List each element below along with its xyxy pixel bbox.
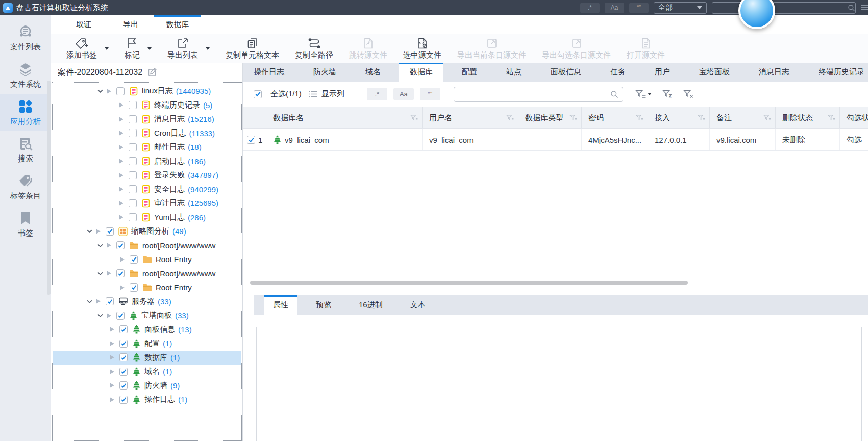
tree-checkbox[interactable] — [106, 227, 114, 236]
category-tab-3[interactable]: 域名 — [355, 63, 391, 82]
table-header-cell[interactable]: 数据库类型 — [518, 107, 582, 128]
toolbar-button-1[interactable]: 添加书签 — [66, 37, 97, 60]
tree-arrow-icon[interactable] — [110, 383, 114, 388]
tree-arrow-icon[interactable] — [110, 397, 114, 402]
category-tab-4[interactable]: 数据库 — [399, 63, 443, 82]
toolbar-button-2[interactable]: 标记 — [125, 37, 140, 60]
tree-arrow-icon[interactable] — [107, 271, 111, 276]
tree-arrow-icon[interactable] — [120, 257, 125, 262]
menu-icon[interactable] — [861, 4, 868, 11]
toolbar-button-7[interactable]: 选中源文件 — [403, 37, 441, 60]
tree-expander-icon[interactable] — [97, 270, 104, 277]
tree-arrow-icon[interactable] — [119, 173, 123, 178]
show-columns-label[interactable]: 显示列 — [321, 89, 344, 99]
category-tab-9[interactable]: 用户 — [644, 63, 681, 82]
table-search-input[interactable] — [454, 90, 610, 98]
match-case-button[interactable]: Aa — [393, 88, 414, 100]
tree-arrow-icon[interactable] — [110, 355, 114, 360]
tree-expander-icon[interactable] — [86, 228, 93, 235]
table-header-cell[interactable]: 勾选状态 — [840, 107, 868, 128]
tree-expander-icon[interactable] — [97, 242, 104, 249]
tree-arrow-icon[interactable] — [120, 285, 125, 290]
select-all-checkbox[interactable] — [254, 90, 262, 98]
global-search-input[interactable] — [712, 4, 848, 12]
tree-checkbox[interactable] — [129, 129, 137, 137]
tree-checkbox[interactable] — [116, 312, 125, 320]
table-search-box[interactable] — [454, 87, 623, 102]
tree-checkbox[interactable] — [119, 340, 128, 348]
tree-arrow-icon[interactable] — [96, 229, 101, 234]
dropdown-arrow-icon[interactable] — [147, 47, 152, 50]
category-tab-1[interactable]: 操作日志 — [243, 63, 295, 82]
tree-item[interactable]: linux日志(1440935) — [53, 84, 241, 98]
edit-icon[interactable] — [148, 68, 157, 77]
tree-item[interactable]: 登录失败(347897) — [53, 168, 241, 183]
table-header-cell[interactable]: 密码 — [582, 107, 648, 128]
tree-checkbox[interactable] — [129, 115, 137, 123]
table-header-cell[interactable]: 用户名 — [423, 107, 518, 128]
tree-expander-icon[interactable] — [97, 312, 104, 319]
table-row[interactable]: 1v9_licai_comv9_licai_com4MjcA5sHJnc...1… — [243, 129, 868, 151]
tree-item[interactable]: 数据库(1) — [53, 351, 241, 365]
global-case-button[interactable]: Aa — [605, 3, 624, 13]
tree-item[interactable]: 宝塔面板(33) — [53, 308, 241, 323]
tree-checkbox[interactable] — [116, 269, 125, 277]
dropdown-arrow-icon[interactable] — [105, 47, 109, 50]
tree-item[interactable]: Yum日志(286) — [53, 211, 241, 225]
tree-checkbox[interactable] — [119, 396, 128, 404]
quote-button[interactable]: “” — [420, 88, 440, 100]
detail-tab-4[interactable]: 文本 — [402, 295, 434, 315]
tree-item[interactable]: 缩略图分析(49) — [53, 224, 241, 239]
category-tab-8[interactable]: 任务 — [600, 63, 636, 82]
sidebar-item-bookmarks[interactable]: 书签 — [0, 205, 51, 243]
tree-expander-icon[interactable] — [86, 298, 93, 305]
tree-arrow-icon[interactable] — [119, 131, 123, 136]
table-cell[interactable]: v9_licai_com — [266, 129, 423, 150]
tree-item[interactable]: Root Entry — [53, 252, 241, 267]
category-tab-2[interactable]: 防火墙 — [303, 63, 347, 82]
tree-item[interactable]: 操作日志(1) — [53, 393, 241, 407]
table-cell[interactable]: 未删除 — [776, 129, 840, 150]
column-list-icon[interactable] — [309, 90, 317, 98]
horizontal-scrollbar[interactable] — [250, 281, 688, 285]
tree-checkbox[interactable] — [129, 199, 137, 207]
tree-checkbox[interactable] — [129, 101, 137, 109]
tree-item[interactable]: 面板信息(13) — [53, 323, 241, 337]
tree-arrow-icon[interactable] — [107, 313, 111, 318]
tree-item[interactable]: 安全日志(940299) — [53, 183, 241, 197]
tree-arrow-icon[interactable] — [119, 102, 123, 108]
table-cell[interactable]: v9_licai_com — [423, 129, 518, 150]
category-tab-11[interactable]: 消息日志 — [748, 63, 800, 82]
global-quote-button[interactable]: “” — [629, 3, 649, 13]
tree-item[interactable]: 启动日志(186) — [53, 154, 241, 169]
tree-arrow-icon[interactable] — [119, 145, 123, 150]
category-tab-12[interactable]: 终端历史记录 — [808, 63, 868, 82]
dropdown-arrow-icon[interactable] — [206, 47, 210, 50]
tree-checkbox[interactable] — [119, 325, 128, 333]
category-tab-7[interactable]: 面板信息 — [540, 63, 592, 82]
table-header-cell[interactable]: 接入 — [648, 107, 710, 128]
tree-item[interactable]: Root Entry — [53, 280, 241, 295]
table-cell[interactable]: 127.0.0.1 — [648, 129, 710, 150]
ribbon-tab-3[interactable]: 数据库 — [154, 15, 201, 34]
tree-arrow-icon[interactable] — [119, 215, 123, 220]
table-header-cell[interactable]: 删除状态 — [776, 107, 840, 128]
table-header-cell[interactable]: 数据库名 — [266, 107, 423, 128]
tree-arrow-icon[interactable] — [110, 341, 114, 346]
toolbar-button-4[interactable]: 复制单元格文本 — [226, 37, 279, 60]
table-header-cell[interactable]: 备注 — [710, 107, 776, 128]
toolbar-button-3[interactable]: 导出列表 — [167, 37, 198, 60]
tree-arrow-icon[interactable] — [107, 89, 111, 94]
sidebar-item-case-list[interactable]: 案件列表 — [0, 19, 51, 57]
tree-checkbox[interactable] — [116, 87, 125, 95]
tree-checkbox[interactable] — [116, 241, 125, 249]
global-scope-select[interactable]: 全部 — [654, 2, 707, 14]
tree-checkbox[interactable] — [130, 255, 138, 264]
filter-list-button[interactable] — [635, 90, 652, 98]
global-regex-button[interactable]: .* — [580, 3, 600, 13]
tree-checkbox[interactable] — [119, 381, 128, 390]
ribbon-tab-1[interactable]: 取证 — [60, 15, 107, 34]
filter-sum-button[interactable]: Σ — [662, 90, 673, 98]
tree-item[interactable]: 终端历史记录(5) — [53, 98, 241, 113]
sidebar-item-app-analysis[interactable]: 应用分析 — [0, 94, 51, 131]
